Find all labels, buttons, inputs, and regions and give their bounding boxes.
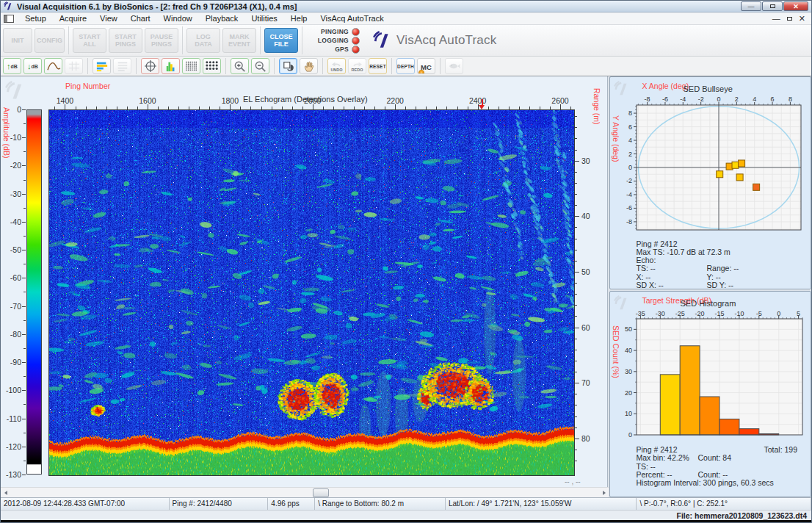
svg-text:40: 40: [624, 347, 631, 354]
menu-view[interactable]: View: [93, 13, 124, 24]
amplitude-tick-label: -20: [2, 161, 21, 170]
svg-text:5: 5: [797, 310, 800, 317]
bullseye-title: SED Bullseye: [684, 84, 733, 93]
menu-window[interactable]: Window: [157, 13, 199, 24]
restore-button[interactable]: [762, 1, 783, 11]
sed-target-point: [753, 184, 759, 190]
overlay-mode-icon[interactable]: [279, 58, 297, 74]
amplitude-tick-label: -130: [2, 470, 21, 479]
biosonics-app-icon: [4, 1, 14, 11]
bullseye-info: Ping # 2412 Max TS: -10.7 dB at 72.3 m E…: [637, 240, 804, 290]
current-file-name: File: hemmera20120809_123623.dt4: [677, 511, 811, 520]
echogram-horizontal-scrollbar[interactable]: [1, 487, 609, 497]
menu-playback[interactable]: Playback: [199, 13, 245, 24]
menu-acquire[interactable]: Acquire: [53, 13, 93, 24]
svg-text:-5: -5: [755, 310, 761, 317]
svg-text:-8: -8: [626, 218, 631, 226]
child-window-icon[interactable]: [4, 15, 14, 23]
dots-large-icon[interactable]: [203, 58, 221, 74]
amplitude-tick-label: -30: [2, 190, 21, 198]
status-segment: 4.96 pps: [268, 498, 315, 510]
status-indicators: PINGINGLOGGINGGPS: [311, 28, 360, 54]
init-button: INIT: [3, 28, 32, 53]
zoom-out-icon[interactable]: [251, 58, 269, 74]
scroll-thumb[interactable]: [313, 488, 329, 497]
range-axis-label: Range (m): [592, 88, 601, 125]
range-tick-label: 50: [581, 267, 590, 276]
log-data-button: LOG DATA: [186, 28, 220, 53]
menu-setup[interactable]: Setup: [18, 13, 53, 24]
svg-text:8: 8: [628, 109, 631, 117]
status-segment: \ Range to Bottom: 80.2 m: [315, 498, 446, 510]
range-tick-label: 30: [581, 156, 590, 165]
svg-text:0: 0: [717, 95, 720, 103]
svg-text:-4: -4: [680, 95, 686, 103]
svg-text:2: 2: [734, 95, 738, 103]
amplitude-tick-label: -120: [2, 442, 21, 451]
window-bottom-edge: [1, 520, 811, 523]
undo-button[interactable]: UNDO: [327, 58, 346, 74]
pan-hand-icon[interactable]: [300, 58, 318, 74]
child-restore-icon[interactable]: [787, 17, 792, 21]
svg-text:-2: -2: [697, 95, 703, 103]
child-close-icon[interactable]: ✕: [799, 15, 805, 22]
zoom-in-icon[interactable]: [231, 58, 249, 74]
x-angle-axis-label: X Angle (deg): [642, 82, 689, 90]
tvg-curve-icon[interactable]: [44, 58, 62, 74]
sed-histogram-panel: Target Strength (dB) SED Count (%) SED H…: [609, 291, 812, 497]
close-file-button[interactable]: CLOSE FILE: [264, 28, 298, 53]
sed-target-point: [736, 174, 743, 181]
visacq-logo-icon: [373, 31, 392, 50]
child-minimize-icon[interactable]: —: [772, 15, 780, 22]
status-segment: \ P:-0.7°, R:0.6° | C: 252.1°: [637, 498, 811, 510]
close-button[interactable]: ✕: [783, 1, 808, 11]
pinging-indicator-label: PINGING: [311, 28, 349, 35]
svg-text:2: 2: [628, 151, 631, 158]
histogram-title: SED Histogram: [681, 299, 736, 308]
window-title: Visual Acquisition 6.1 by BioSonics - [2…: [17, 1, 741, 12]
db-threshold-up-icon[interactable]: ↑dB: [3, 58, 21, 74]
menu-bar: SetupAcquireViewChartWindowPlaybackUtili…: [1, 12, 811, 25]
sed-histogram-icon[interactable]: [162, 58, 180, 74]
bullseye-crosshair-icon[interactable]: [141, 58, 159, 74]
scroll-left-arrow[interactable]: [1, 488, 10, 497]
amplitude-tick-label: -80: [2, 330, 21, 339]
dots-dense-icon[interactable]: [182, 58, 200, 74]
title-bar: Visual Acquisition 6.1 by BioSonics - [2…: [1, 1, 811, 12]
menu-visacq-autotrack[interactable]: VisAcq AutoTrack: [313, 13, 390, 24]
scroll-right-arrow[interactable]: [599, 488, 609, 497]
echogram-canvas[interactable]: [48, 109, 575, 476]
svg-text:-15: -15: [714, 310, 724, 317]
pinging-led-icon: [352, 28, 360, 36]
brand-text: VisAcq AutoTrack: [396, 33, 496, 48]
ping-number-axis-label: Ping Number: [65, 82, 110, 90]
fish-icon: [445, 58, 463, 74]
cursor-readout: -- , --: [565, 477, 581, 486]
amplitude-tick-label: -90: [2, 358, 21, 367]
svg-text:-10: -10: [734, 310, 744, 317]
db-threshold-down-icon[interactable]: ↓dB: [23, 58, 42, 74]
reset-button[interactable]: RESET: [369, 58, 387, 74]
svg-text:0: 0: [628, 431, 631, 439]
echogram-palette-icon[interactable]: [93, 58, 111, 74]
status-segment: 2012-08-09 12:44:28.433 GMT-07:00: [1, 498, 170, 510]
minimize-button[interactable]: —: [741, 1, 761, 11]
logging-indicator-label: LOGGING: [311, 37, 349, 44]
start-all-button: START ALL: [73, 28, 106, 53]
amplitude-tick-label: -40: [2, 217, 21, 226]
menu-utilities[interactable]: Utilities: [244, 13, 283, 24]
sed-target-point: [716, 171, 722, 178]
amplitude-tick-label: -60: [2, 273, 21, 282]
menu-help[interactable]: Help: [284, 13, 314, 24]
menu-chart[interactable]: Chart: [124, 13, 157, 24]
svg-text:30: 30: [624, 368, 631, 375]
range-tick-label: 60: [581, 323, 590, 332]
svg-text:-4: -4: [626, 191, 631, 198]
depth-button[interactable]: DEPTH: [396, 58, 415, 74]
amplitude-tick-label: 0: [2, 105, 21, 114]
sed-bullseye-chart: -8-6-4-20246886420-2-4-6-8: [615, 95, 807, 236]
start-pings-button: START PINGS: [109, 28, 142, 53]
status-bar: 2012-08-09 12:44:28.433 GMT-07:00Ping #:…: [1, 497, 811, 510]
histogram-info: Ping # 2412Total: 199 Max bin: 42.2%Coun…: [637, 446, 804, 487]
mc-button[interactable]: MCi: [417, 58, 435, 74]
